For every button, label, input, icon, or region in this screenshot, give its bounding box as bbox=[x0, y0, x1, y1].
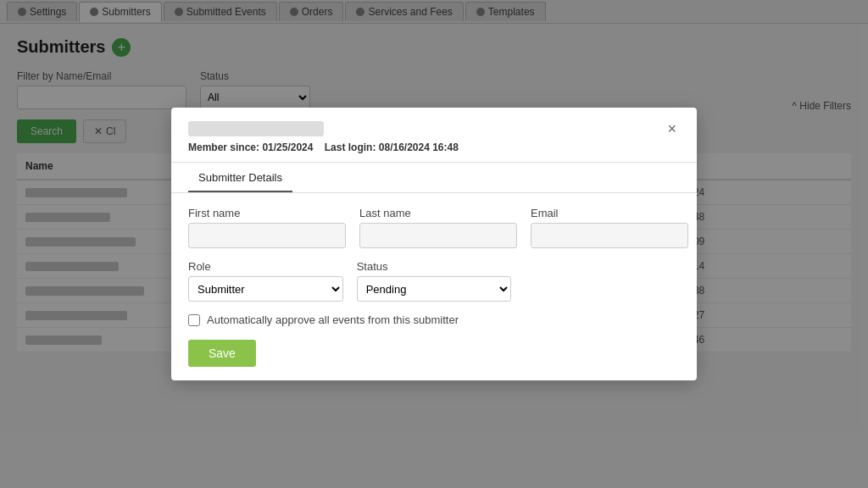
submitter-details-tab-label: Submitter Details bbox=[198, 171, 282, 184]
first-name-input[interactable] bbox=[188, 223, 346, 248]
form-group-first-name: First name bbox=[188, 207, 346, 248]
form-group-role: Role Submitter bbox=[188, 260, 343, 302]
status-label: Status bbox=[357, 260, 512, 273]
role-select[interactable]: Submitter bbox=[188, 276, 343, 302]
form-row-name-email: First name Last name Email bbox=[188, 207, 680, 248]
modal-close-button[interactable]: × bbox=[664, 121, 680, 136]
role-label: Role bbox=[188, 260, 343, 273]
modal-body: First name Last name Email Role Submit bbox=[171, 193, 697, 380]
form-group-spacer bbox=[525, 260, 680, 302]
auto-approve-label: Automatically approve all events from th… bbox=[207, 313, 459, 326]
member-since-label: Member since: bbox=[188, 141, 259, 153]
member-since-value: 01/25/2024 bbox=[262, 141, 313, 153]
last-name-label: Last name bbox=[359, 207, 517, 219]
modal-meta: Member since: 01/25/2024 Last login: 08/… bbox=[188, 141, 459, 153]
last-login-value: 08/16/2024 16:48 bbox=[379, 141, 459, 153]
email-input[interactable] bbox=[531, 223, 688, 248]
auto-approve-checkbox[interactable] bbox=[188, 314, 200, 326]
modal-username-block bbox=[188, 121, 324, 136]
save-button[interactable]: Save bbox=[188, 340, 256, 367]
auto-approve-row: Automatically approve all events from th… bbox=[188, 313, 680, 326]
last-login-label: Last login: bbox=[325, 141, 376, 153]
form-group-last-name: Last name bbox=[359, 207, 517, 248]
status-select[interactable]: Pending bbox=[357, 276, 512, 302]
email-label: Email bbox=[531, 207, 688, 219]
form-group-status: Status Pending bbox=[357, 260, 512, 302]
form-group-email: Email bbox=[531, 207, 688, 248]
modal-dialog: Member since: 01/25/2024 Last login: 08/… bbox=[171, 108, 697, 380]
form-row-role-status: Role Submitter Status Pending bbox=[188, 260, 680, 302]
last-name-input[interactable] bbox=[359, 223, 517, 248]
first-name-label: First name bbox=[188, 207, 346, 219]
modal-tabs: Submitter Details bbox=[171, 164, 697, 193]
tab-submitter-details[interactable]: Submitter Details bbox=[188, 164, 292, 192]
modal-overlay[interactable]: Member since: 01/25/2024 Last login: 08/… bbox=[0, 0, 868, 488]
modal-header-left: Member since: 01/25/2024 Last login: 08/… bbox=[188, 121, 459, 153]
modal-header: Member since: 01/25/2024 Last login: 08/… bbox=[171, 108, 697, 163]
